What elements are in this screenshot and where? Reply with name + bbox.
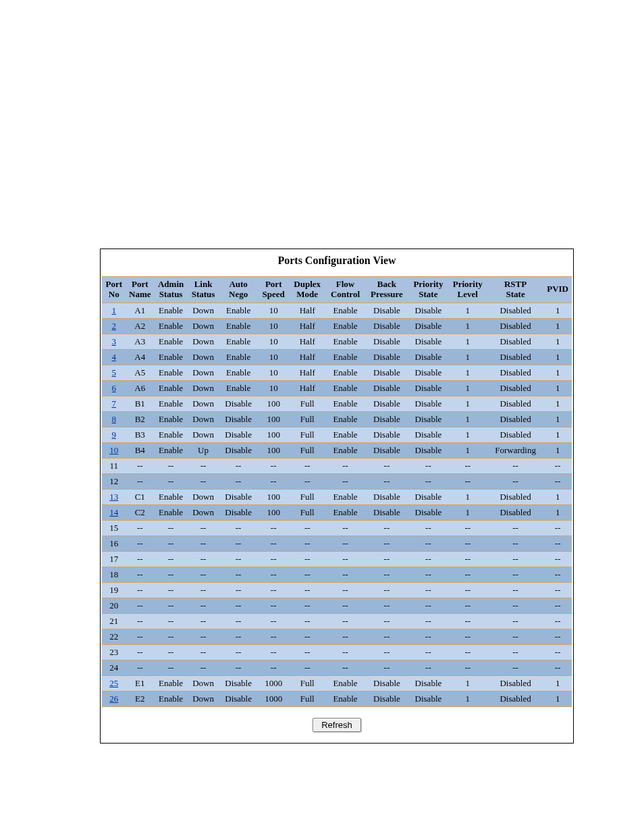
cell-link_status: -- <box>188 521 219 536</box>
cell-pvid: -- <box>543 474 572 490</box>
cell-rstp_state: -- <box>487 583 543 598</box>
cell-priority_level: 1 <box>448 381 487 396</box>
cell-back_pressure: Disable <box>365 365 409 381</box>
cell-port_speed: -- <box>258 567 289 583</box>
cell-duplex_mode: -- <box>289 521 325 536</box>
table-row: 19------------------------ <box>102 583 572 598</box>
cell-port_name: -- <box>126 474 154 490</box>
cell-priority_level: 1 <box>448 505 487 521</box>
port-link[interactable]: 9 <box>111 429 116 440</box>
cell-link_status: Down <box>188 350 219 365</box>
cell-admin_status: -- <box>154 583 188 598</box>
cell-port_name: A4 <box>126 350 154 365</box>
table-row: 18------------------------ <box>102 567 572 583</box>
cell-link_status: -- <box>188 645 219 660</box>
cell-flow_control: Enable <box>325 427 365 443</box>
cell-flow_control: Enable <box>325 303 365 319</box>
cell-pvid: 1 <box>543 676 572 692</box>
cell-rstp_state: -- <box>487 629 543 645</box>
cell-priority_level: -- <box>448 660 487 676</box>
cell-port_speed: 10 <box>258 350 289 365</box>
cell-link_status: Down <box>188 692 219 707</box>
cell-priority_level: -- <box>448 552 487 567</box>
port-link[interactable]: 13 <box>109 492 118 502</box>
cell-flow_control: Enable <box>325 365 365 381</box>
port-link[interactable]: 4 <box>111 352 116 362</box>
cell-duplex_mode: Full <box>289 505 325 521</box>
th-port_name-line2: Name <box>127 290 153 300</box>
cell-pvid: -- <box>543 521 572 536</box>
cell-back_pressure: Disable <box>365 412 409 427</box>
cell-duplex_mode: -- <box>289 567 325 583</box>
th-port_speed-line2: Speed <box>259 290 288 300</box>
cell-duplex_mode: -- <box>289 552 325 567</box>
port-link[interactable]: 8 <box>111 414 116 424</box>
port-link[interactable]: 1 <box>111 305 116 315</box>
cell-auto_nego: -- <box>219 459 258 474</box>
cell-port_no: 15 <box>102 521 126 536</box>
cell-admin_status: Enable <box>154 350 188 365</box>
cell-rstp_state: -- <box>487 614 543 629</box>
port-link[interactable]: 26 <box>109 694 118 704</box>
cell-port_no: 6 <box>102 381 126 396</box>
th-port_name: PortName <box>126 276 154 303</box>
cell-flow_control: -- <box>325 567 365 583</box>
cell-port_name: -- <box>126 552 154 567</box>
cell-duplex_mode: Full <box>289 412 325 427</box>
cell-back_pressure: Disable <box>365 676 409 692</box>
th-rstp_state: RSTPState <box>487 276 543 303</box>
port-link[interactable]: 7 <box>111 398 116 409</box>
port-link[interactable]: 25 <box>109 678 118 688</box>
cell-rstp_state: -- <box>487 536 543 552</box>
table-row: 23------------------------ <box>102 645 572 660</box>
th-rstp_state-line1: RSTP <box>489 280 542 290</box>
table-row: 25E1EnableDownDisable1000FullEnableDisab… <box>102 676 572 692</box>
cell-flow_control: Enable <box>325 396 365 412</box>
table-row: 17------------------------ <box>102 552 572 567</box>
cell-port_speed: -- <box>258 474 289 490</box>
cell-priority_state: Disable <box>408 427 448 443</box>
cell-auto_nego: Disable <box>219 427 258 443</box>
cell-admin_status: Enable <box>154 427 188 443</box>
th-link_status-line1: Link <box>189 280 217 290</box>
port-link[interactable]: 5 <box>111 367 116 377</box>
cell-priority_state: Disable <box>408 676 448 692</box>
cell-duplex_mode: Half <box>289 350 325 365</box>
table-row: 9B3EnableDownDisable100FullEnableDisable… <box>102 427 572 443</box>
cell-admin_status: Enable <box>154 319 188 334</box>
cell-link_status: Down <box>188 396 219 412</box>
cell-admin_status: -- <box>154 474 188 490</box>
cell-back_pressure: Disable <box>365 490 409 505</box>
table-row: 10B4EnableUpDisable100FullEnableDisableD… <box>102 443 572 459</box>
cell-duplex_mode: -- <box>289 660 325 676</box>
cell-rstp_state: Disabled <box>487 412 543 427</box>
cell-pvid: 1 <box>543 412 572 427</box>
port-link[interactable]: 10 <box>109 445 118 455</box>
cell-admin_status: -- <box>154 645 188 660</box>
cell-port_name: A6 <box>126 381 154 396</box>
cell-port_name: B4 <box>126 443 154 459</box>
cell-flow_control: -- <box>325 536 365 552</box>
cell-duplex_mode: Half <box>289 334 325 350</box>
cell-port_speed: 100 <box>258 427 289 443</box>
cell-priority_level: -- <box>448 629 487 645</box>
cell-port_speed: -- <box>258 614 289 629</box>
cell-port_no: 2 <box>102 319 126 334</box>
port-link[interactable]: 6 <box>111 383 116 393</box>
cell-duplex_mode: -- <box>289 536 325 552</box>
port-link[interactable]: 2 <box>111 321 116 331</box>
cell-auto_nego: Enable <box>219 319 258 334</box>
cell-pvid: -- <box>543 536 572 552</box>
cell-flow_control: Enable <box>325 412 365 427</box>
refresh-button[interactable]: Refresh <box>313 718 361 732</box>
cell-port_name: -- <box>126 459 154 474</box>
cell-pvid: 1 <box>543 692 572 707</box>
port-link[interactable]: 3 <box>111 336 116 346</box>
port-link[interactable]: 14 <box>109 507 118 517</box>
cell-port_no: 18 <box>102 567 126 583</box>
cell-priority_level: -- <box>448 459 487 474</box>
cell-priority_level: 1 <box>448 350 487 365</box>
cell-duplex_mode: Half <box>289 319 325 334</box>
cell-rstp_state: Disabled <box>487 676 543 692</box>
cell-admin_status: -- <box>154 660 188 676</box>
